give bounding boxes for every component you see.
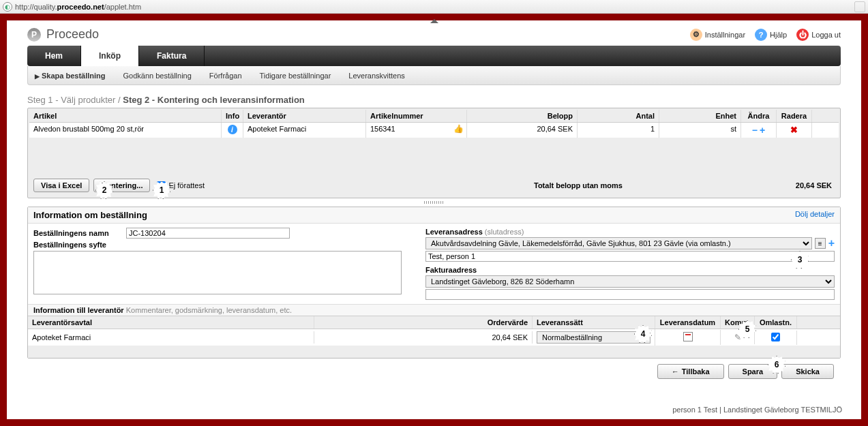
cell-enhet: st: [659, 123, 741, 138]
minus-icon[interactable]: −: [752, 125, 758, 136]
cell-antal: 1: [578, 123, 659, 138]
subnav-tidigare[interactable]: Tidigare beställningar: [260, 72, 331, 80]
order-info-section: Information om beställning Dölj detaljer…: [27, 207, 841, 359]
logout-label: Logga ut: [811, 31, 841, 39]
plus-icon[interactable]: +: [760, 125, 765, 136]
subnav-godkann[interactable]: Godkänn beställning: [123, 72, 192, 80]
order-purpose-label: Beställningens syfte: [33, 241, 122, 249]
url-path: /applet.htm: [104, 3, 141, 11]
tab-inkop[interactable]: Inköp: [81, 46, 139, 66]
tab-faktura[interactable]: Faktura: [139, 46, 205, 66]
delivery-address-sub: (slutadress): [485, 228, 524, 236]
g2-col-levd: Leveransdatum: [655, 316, 721, 329]
col-antal[interactable]: Antal: [578, 110, 659, 122]
col-leverantor[interactable]: Leverantör: [243, 110, 366, 122]
grid-footer: Visa i Excel Kontering... Ej förattest T…: [29, 174, 839, 196]
logout-icon: ⏻: [796, 29, 809, 41]
browser-address-bar: ◐ http://quality.proceedo.net/applet.htm: [0, 0, 868, 14]
delivery-method-select[interactable]: Normalbeställning: [537, 331, 650, 344]
url-host: proceedo.net: [57, 3, 104, 11]
artnr-text: 156341: [370, 125, 395, 133]
list-icon[interactable]: ≡: [815, 238, 826, 249]
breadcrumb-step1[interactable]: Steg 1 - Välj produkter: [27, 95, 115, 105]
collapse-handle-icon[interactable]: [430, 19, 438, 23]
hide-details-link[interactable]: Dölj detaljer: [795, 210, 835, 220]
invoice-address-label: Fakturaadress: [425, 266, 835, 274]
invoice-extra-input[interactable]: [425, 289, 835, 300]
logout-link[interactable]: ⏻Logga ut: [796, 29, 841, 41]
delete-icon[interactable]: ✖: [790, 125, 798, 135]
order-purpose-textarea[interactable]: [33, 251, 402, 294]
col-artikel[interactable]: Artikel: [29, 110, 222, 122]
g2-col-lev: Leverantörsavtal: [28, 316, 314, 329]
section-title: Information om beställning: [33, 210, 147, 220]
tab-hem[interactable]: Hem: [27, 46, 81, 66]
settings-icon: ⚙: [690, 29, 702, 41]
subnav-skapa[interactable]: ▶Skapa beställning: [35, 72, 106, 80]
cell-radera: ✖: [777, 123, 812, 138]
g2-col-ord: Ordervärde: [314, 316, 533, 329]
thumb-icon: 👍: [453, 124, 464, 134]
subnav-forfragan[interactable]: Förfrågan: [209, 72, 242, 80]
supplier-row: Apoteket Farmaci 20,64 SEK Normalbeställ…: [28, 329, 840, 346]
col-andra[interactable]: Ändra: [741, 110, 777, 122]
url-prefix: http://quality.: [15, 3, 57, 11]
main-nav: Hem Inköp Faktura: [27, 46, 841, 66]
g2-cell-ord: 20,64 SEK: [314, 331, 533, 344]
cell-artikel: Alvedon brustabl 500mg 20 st,rör: [29, 123, 222, 138]
info-lev-sub: Kommentarer, godsmärkning, leveransdatum…: [126, 306, 292, 314]
footer-buttons: ←Tillbaka Spara Skicka: [27, 359, 841, 384]
back-arrow-icon: ←: [672, 367, 679, 376]
total-label: Totalt belopp utan moms: [534, 181, 623, 189]
order-name-label: Beställningens namn: [33, 229, 122, 237]
calendar-icon[interactable]: [683, 332, 693, 341]
info-to-supplier-row[interactable]: Information till leverantör Kommentarer,…: [28, 304, 840, 316]
send-button[interactable]: Skicka: [781, 364, 834, 379]
help-link[interactable]: ?Hjälp: [755, 29, 787, 41]
g2-cell-levd: [655, 330, 721, 345]
info-lev-label: Information till leverantör: [33, 306, 124, 314]
col-belopp[interactable]: Belopp: [467, 110, 578, 122]
col-artikelnummer[interactable]: Artikelnummer: [366, 110, 467, 122]
g2-cell-lev: Apoteket Farmaci: [28, 331, 314, 344]
ej-forattest-label: Ej förattest: [168, 181, 205, 189]
back-label: Tillbaka: [682, 367, 710, 376]
settings-link[interactable]: ⚙Inställningar: [690, 29, 745, 41]
g2-col-levs: Leveranssätt: [533, 316, 655, 329]
col-info[interactable]: Info: [222, 110, 243, 122]
visa-excel-button[interactable]: Visa i Excel: [33, 179, 89, 192]
g2-cell-oml: [755, 331, 797, 345]
grid2-header: Leverantörsavtal Ordervärde Leveranssätt…: [28, 316, 840, 329]
back-button[interactable]: ←Tillbaka: [657, 364, 724, 379]
products-panel: Artikel Info Leverantör Artikelnummer Be…: [27, 108, 841, 198]
grid-header: Artikel Info Leverantör Artikelnummer Be…: [29, 110, 839, 123]
browser-compat-icon[interactable]: [854, 1, 865, 12]
sub-nav: ▶Skapa beställning Godkänn beställning F…: [27, 66, 841, 85]
resize-handle-icon[interactable]: [424, 201, 445, 204]
browser-url: http://quality.proceedo.net/applet.htm: [15, 3, 141, 11]
help-label: Hjälp: [770, 31, 787, 39]
invoice-address-select[interactable]: Landstinget Gävleborg, 826 82 Söderhamn: [425, 275, 835, 288]
delivery-address-select[interactable]: Akutvårdsavdelning Gävle, Läkemedelsförr…: [425, 237, 812, 249]
col-radera[interactable]: Radera: [777, 110, 812, 122]
app-frame: P Proceedo ⚙Inställningar ?Hjälp ⏻Logga …: [0, 14, 868, 426]
cell-artnr: 156341👍: [366, 123, 467, 138]
table-row[interactable]: Alvedon brustabl 500mg 20 st,rör i Apote…: [29, 123, 839, 138]
order-name-input[interactable]: [126, 228, 290, 239]
col-enhet[interactable]: Enhet: [659, 110, 741, 122]
g2-col-oml: Omlastn.: [755, 316, 797, 329]
person-input[interactable]: [425, 251, 835, 262]
cell-leverantor: Apoteket Farmaci: [243, 123, 366, 138]
subnav-leverans[interactable]: Leveranskvittens: [348, 72, 405, 80]
subnav-label: Skapa beställning: [42, 72, 106, 80]
arrow-icon: ▶: [35, 73, 40, 80]
info-icon[interactable]: i: [228, 125, 237, 134]
cell-belopp: 20,64 SEK: [467, 123, 578, 138]
grid2-spacer: [28, 346, 840, 358]
browser-favicon: ◐: [3, 2, 12, 12]
delivery-address-label: Leveransadress (slutadress): [425, 228, 835, 236]
cell-info[interactable]: i: [222, 123, 243, 138]
reload-checkbox[interactable]: [771, 333, 780, 341]
status-bar: person 1 Test | Landstinget Gävleborg TE…: [672, 406, 842, 414]
add-address-icon[interactable]: +: [828, 237, 835, 249]
